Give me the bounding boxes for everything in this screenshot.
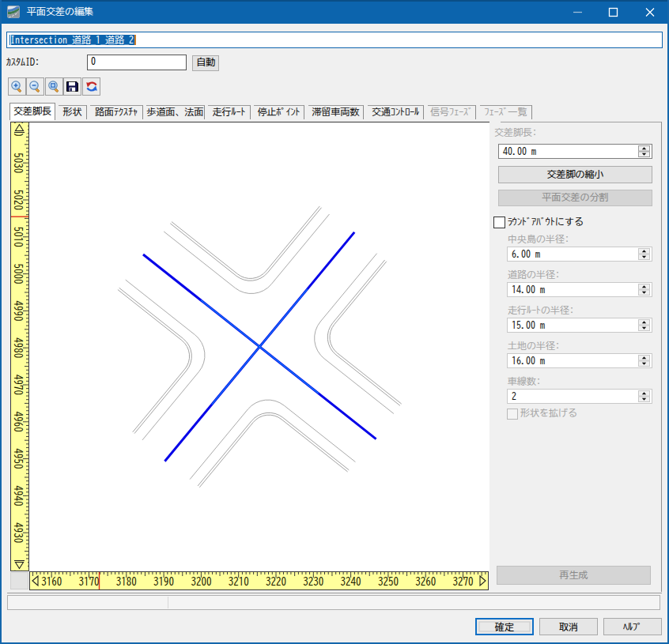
svg-text:4970: 4970 xyxy=(13,375,23,395)
svg-text:3180: 3180 xyxy=(116,577,137,587)
svg-text:3170: 3170 xyxy=(79,577,100,587)
svg-text:5030: 5030 xyxy=(13,153,23,173)
svg-text:5000: 5000 xyxy=(13,264,23,284)
svg-text:3200: 3200 xyxy=(191,577,211,587)
svg-text:3160: 3160 xyxy=(41,576,62,587)
svg-text:4930: 4930 xyxy=(13,522,23,543)
svg-text:5010: 5010 xyxy=(13,227,23,247)
svg-text:4950: 4950 xyxy=(13,449,23,469)
svg-text:3260: 3260 xyxy=(415,576,436,587)
svg-text:3270: 3270 xyxy=(453,577,474,587)
svg-text:3240: 3240 xyxy=(341,577,361,587)
svg-text:4960: 4960 xyxy=(13,412,24,432)
svg-text:5020: 5020 xyxy=(13,190,23,210)
svg-text:3190: 3190 xyxy=(153,577,174,587)
svg-text:3210: 3210 xyxy=(229,577,249,587)
svg-text:3250: 3250 xyxy=(378,577,399,587)
svg-text:3230: 3230 xyxy=(303,577,323,587)
svg-text:4990: 4990 xyxy=(13,300,23,321)
svg-text:4980: 4980 xyxy=(13,337,23,358)
svg-text:3220: 3220 xyxy=(266,577,286,587)
svg-text:4940: 4940 xyxy=(13,485,23,506)
